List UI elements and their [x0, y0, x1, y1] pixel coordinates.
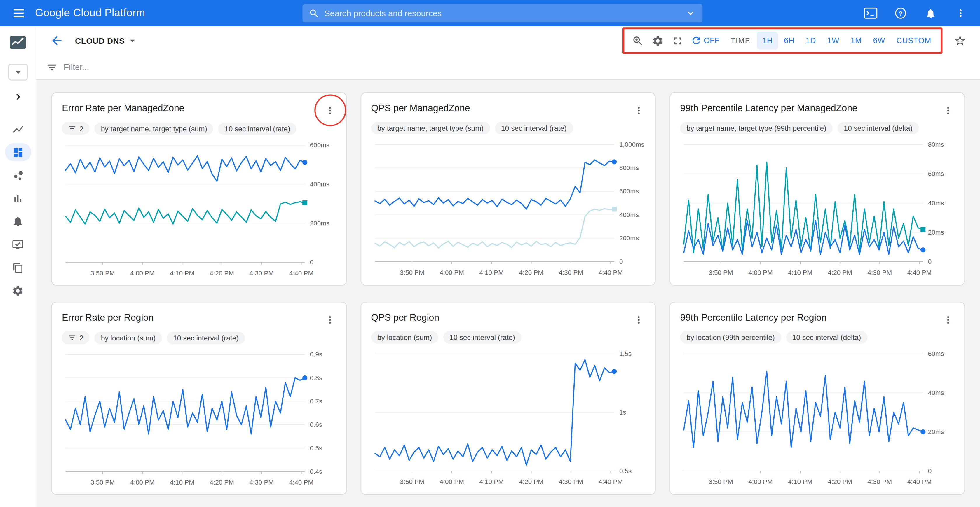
sidebar-item-alerting-bell-icon[interactable] [0, 210, 36, 233]
svg-text:40ms: 40ms [928, 389, 944, 396]
time-range-6w[interactable]: 6W [867, 32, 891, 49]
auto-refresh-toggle[interactable]: OFF [688, 35, 722, 46]
chart-options-kebab-icon[interactable] [937, 100, 959, 122]
chart-chips: by target name, target type (sum) 10 sec… [371, 122, 645, 135]
svg-text:4:00 PM: 4:00 PM [749, 478, 773, 485]
svg-text:0: 0 [928, 258, 932, 265]
search-icon [309, 8, 319, 18]
chart-title: Error Rate per Region [62, 311, 154, 324]
time-range-1d[interactable]: 1D [800, 32, 821, 49]
back-arrow-icon[interactable] [45, 29, 68, 52]
line-chart: 1,000ms800ms600ms400ms200ms03:50 PM4:00 … [371, 138, 645, 279]
sidebar-item-settings-gear-icon[interactable] [0, 279, 36, 302]
svg-text:0.7s: 0.7s [310, 397, 322, 405]
svg-text:60ms: 60ms [928, 350, 944, 358]
svg-text:4:40 PM: 4:40 PM [289, 270, 313, 277]
sidebar-item-metrics-explorer[interactable] [0, 164, 36, 187]
chart-title: QPS per ManagedZone [371, 102, 470, 114]
time-range-custom[interactable]: CUSTOM [891, 32, 937, 49]
global-search-bar[interactable] [303, 4, 703, 22]
chart-card-latency-managedzone: 99th Percentile Latency per ManagedZone … [670, 92, 965, 286]
svg-text:4:30 PM: 4:30 PM [868, 478, 892, 485]
cards-grid: Error Rate per ManagedZone 2 by tar [51, 92, 965, 495]
dashboard-toolbar: CLOUD DNS [36, 26, 980, 55]
svg-text:0.6s: 0.6s [310, 421, 322, 428]
time-label: TIME [730, 36, 750, 45]
svg-text:3:50 PM: 3:50 PM [400, 478, 424, 485]
interval-chip[interactable]: 10 sec interval (rate) [218, 122, 296, 135]
svg-text:0.5s: 0.5s [310, 445, 322, 452]
filter-input[interactable] [64, 62, 314, 72]
svg-text:0.4s: 0.4s [310, 468, 322, 475]
interval-chip[interactable]: 10 sec interval (rate) [495, 122, 573, 135]
sidebar-item-services[interactable] [0, 187, 36, 210]
cloud-shell-icon[interactable] [860, 3, 881, 24]
filter-chip[interactable]: 2 [62, 122, 90, 135]
svg-text:4:40 PM: 4:40 PM [907, 478, 932, 485]
time-range-1w[interactable]: 1W [821, 32, 845, 49]
monitoring-logo[interactable] [0, 32, 36, 52]
svg-text:1,000ms: 1,000ms [619, 141, 644, 148]
chart-options-kebab-icon[interactable] [628, 100, 650, 122]
chart-options-kebab-icon[interactable] [628, 308, 650, 331]
help-icon[interactable]: ? [890, 3, 912, 24]
dashboard-settings-gear-icon[interactable] [648, 31, 668, 51]
global-search-input[interactable] [324, 8, 685, 18]
chevron-down-icon[interactable] [685, 8, 696, 19]
zoom-chart-icon[interactable] [628, 31, 648, 51]
chart-options-kebab-icon[interactable] [937, 308, 959, 331]
svg-text:4:00 PM: 4:00 PM [130, 270, 154, 277]
filter-chip[interactable]: 2 [62, 331, 90, 344]
sidebar-item-dashboards[interactable] [0, 141, 36, 164]
scope-selector-dropdown[interactable] [0, 62, 36, 81]
svg-text:4:00 PM: 4:00 PM [439, 478, 464, 485]
groupby-chip[interactable]: by target name, target type (sum) [95, 122, 213, 135]
interval-chip[interactable]: 10 sec interval (rate) [167, 331, 245, 344]
chart-card-error-rate-managedzone: Error Rate per ManagedZone 2 by tar [51, 92, 347, 286]
sidebar-item-metrics[interactable] [0, 118, 36, 141]
chart-chips: by location (sum) 10 sec interval (rate) [371, 331, 645, 343]
svg-text:200ms: 200ms [310, 220, 329, 227]
svg-text:0: 0 [619, 258, 622, 265]
header-more-kebab-icon[interactable] [950, 3, 971, 24]
toolbar-right: OFF TIME 1H 6H 1D 1W 1M 6W CUSTOM [622, 27, 971, 54]
chart-title: 99th Percentile Latency per ManagedZone [680, 102, 858, 114]
line-chart: 1.5s1s0.5s3:50 PM4:00 PM4:10 PM4:20 PM4:… [371, 347, 645, 489]
time-range-1m[interactable]: 1M [845, 32, 867, 49]
interval-chip[interactable]: 10 sec interval (delta) [838, 122, 919, 135]
svg-text:200ms: 200ms [619, 235, 638, 242]
chart-options-kebab-icon[interactable] [318, 100, 341, 122]
dashboard-name-label: CLOUD DNS [75, 36, 125, 45]
svg-text:4:20 PM: 4:20 PM [519, 269, 543, 276]
sidebar-item-groups[interactable] [0, 256, 36, 279]
caret-down-icon [126, 35, 138, 47]
dashboard-name-dropdown[interactable]: CLOUD DNS [75, 35, 138, 47]
time-range-6h[interactable]: 6H [778, 32, 800, 49]
expand-sidebar-chevron-icon[interactable] [0, 87, 36, 106]
groupby-chip[interactable]: by location (sum) [371, 331, 438, 343]
groupby-chip[interactable]: by location (sum) [95, 331, 162, 344]
groupby-chip[interactable]: by target name, target type (sum) [371, 122, 490, 135]
favorite-star-icon[interactable] [949, 29, 971, 52]
svg-text:400ms: 400ms [310, 181, 329, 188]
chart-options-kebab-icon[interactable] [318, 308, 341, 331]
hamburger-menu-icon[interactable] [6, 1, 31, 25]
svg-text:4:30 PM: 4:30 PM [558, 269, 583, 276]
filter-icon [46, 62, 57, 73]
fullscreen-icon[interactable] [668, 31, 688, 51]
refresh-icon [690, 35, 702, 46]
svg-text:1s: 1s [619, 409, 626, 416]
chart-card-qps-region: QPS per Region by location (sum) 10 sec … [360, 302, 656, 495]
app-header: Google Cloud Platform ? [0, 0, 980, 26]
interval-chip[interactable]: 10 sec interval (rate) [443, 331, 521, 343]
svg-text:4:10 PM: 4:10 PM [170, 270, 194, 277]
sidebar-item-uptime-checks[interactable] [0, 233, 36, 256]
interval-chip[interactable]: 10 sec interval (delta) [786, 331, 867, 343]
groupby-chip[interactable]: by target name, target type (99th percen… [680, 122, 833, 135]
chart-title: 99th Percentile Latency per Region [680, 311, 827, 324]
groupby-chip[interactable]: by location (99th percentile) [680, 331, 781, 343]
notifications-bell-icon[interactable] [920, 3, 941, 24]
header-actions: ? [860, 3, 974, 24]
time-range-1h[interactable]: 1H [757, 32, 778, 49]
svg-text:20ms: 20ms [928, 428, 944, 435]
